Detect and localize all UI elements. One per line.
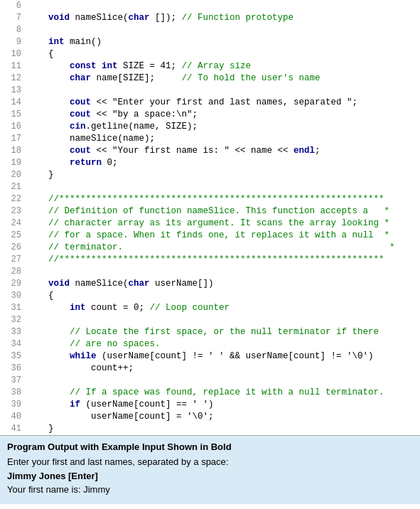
line-number: 10 bbox=[0, 48, 27, 60]
code-line: 10 { bbox=[0, 48, 420, 60]
line-number: 29 bbox=[0, 278, 27, 290]
line-number: 38 bbox=[0, 387, 27, 399]
line-number: 15 bbox=[0, 109, 27, 121]
line-content bbox=[27, 181, 420, 193]
code-line: 9 int main() bbox=[0, 36, 420, 48]
line-content: return 0; bbox=[27, 157, 420, 169]
line-number: 13 bbox=[0, 85, 27, 97]
code-line: 38 // If a space was found, replace it w… bbox=[0, 387, 420, 399]
line-number: 26 bbox=[0, 242, 27, 254]
line-number: 18 bbox=[0, 145, 27, 157]
line-content: // Definition of function nameSlice. Thi… bbox=[27, 205, 420, 218]
line-number: 31 bbox=[0, 302, 27, 314]
line-content: { bbox=[27, 290, 420, 302]
line-number: 22 bbox=[0, 193, 27, 205]
line-number: 11 bbox=[0, 60, 27, 73]
line-number: 8 bbox=[0, 24, 27, 36]
code-line: 41 } bbox=[0, 423, 420, 435]
line-number: 36 bbox=[0, 363, 27, 375]
line-content: // character array as its argument. It s… bbox=[27, 218, 420, 230]
line-number: 6 bbox=[0, 0, 27, 12]
code-line: 32 bbox=[0, 314, 420, 326]
code-line: 23 // Definition of function nameSlice. … bbox=[0, 205, 420, 218]
code-line: 33 // Locate the first space, or the nul… bbox=[0, 326, 420, 338]
line-number: 21 bbox=[0, 181, 27, 193]
code-line: 36 count++; bbox=[0, 363, 420, 375]
line-content: while (userName[count] != ' ' && userNam… bbox=[27, 350, 420, 363]
code-line: 29 void nameSlice(char userName[]) bbox=[0, 278, 420, 290]
line-number: 27 bbox=[0, 254, 27, 266]
code-line: 18 cout << "Your first name is: " << nam… bbox=[0, 145, 420, 157]
line-content: // If a space was found, replace it with… bbox=[27, 387, 420, 399]
code-line: 22 //***********************************… bbox=[0, 193, 420, 205]
line-number: 14 bbox=[0, 97, 27, 109]
line-number: 37 bbox=[0, 375, 27, 387]
output-area: Program Output with Example Input Shown … bbox=[0, 435, 420, 504]
line-content: nameSlice(name); bbox=[27, 133, 420, 145]
code-line: 24 // character array as its argument. I… bbox=[0, 218, 420, 230]
line-content: cout << "by a space:\n"; bbox=[27, 109, 420, 121]
code-line: 28 bbox=[0, 266, 420, 278]
line-number: 34 bbox=[0, 338, 27, 350]
code-line: 12 char name[SIZE]; // To hold the user'… bbox=[0, 73, 420, 85]
line-number: 25 bbox=[0, 230, 27, 242]
code-line: 6 bbox=[0, 0, 420, 12]
line-number: 41 bbox=[0, 423, 27, 435]
line-content: cin.getline(name, SIZE); bbox=[27, 121, 420, 133]
line-content: void nameSlice(char []); // Function pro… bbox=[27, 12, 420, 24]
code-line: 17 nameSlice(name); bbox=[0, 133, 420, 145]
line-number: 9 bbox=[0, 36, 27, 48]
line-content bbox=[27, 375, 420, 387]
line-content bbox=[27, 266, 420, 278]
code-line: 19 return 0; bbox=[0, 157, 420, 169]
line-number: 30 bbox=[0, 290, 27, 302]
line-content: // for a space. When it finds one, it re… bbox=[27, 230, 420, 242]
line-content bbox=[27, 85, 420, 97]
code-line: 25 // for a space. When it finds one, it… bbox=[0, 230, 420, 242]
line-number: 19 bbox=[0, 157, 27, 169]
code-line: 31 int count = 0; // Loop counter bbox=[0, 302, 420, 314]
line-content: // terminator. * bbox=[27, 242, 420, 254]
code-line: 11 const int SIZE = 41; // Array size bbox=[0, 60, 420, 73]
code-line: 39 if (userName[count] == ' ') bbox=[0, 399, 420, 411]
code-line: 27 //***********************************… bbox=[0, 254, 420, 266]
line-number: 33 bbox=[0, 326, 27, 338]
code-line: 20 } bbox=[0, 169, 420, 181]
code-line: 26 // terminator. * bbox=[0, 242, 420, 254]
line-content bbox=[27, 0, 420, 12]
line-content: count++; bbox=[27, 363, 420, 375]
line-number: 20 bbox=[0, 169, 27, 181]
line-content bbox=[27, 314, 420, 326]
line-number: 24 bbox=[0, 218, 27, 230]
code-line: 21 bbox=[0, 181, 420, 193]
code-line: 37 bbox=[0, 375, 420, 387]
line-number: 17 bbox=[0, 133, 27, 145]
line-number: 32 bbox=[0, 314, 27, 326]
line-content bbox=[27, 24, 420, 36]
line-content: char name[SIZE]; // To hold the user's n… bbox=[27, 73, 420, 85]
line-content: int main() bbox=[27, 36, 420, 48]
line-number: 28 bbox=[0, 266, 27, 278]
code-line: 13 bbox=[0, 85, 420, 97]
code-line: 16 cin.getline(name, SIZE); bbox=[0, 121, 420, 133]
line-content: cout << "Enter your first and last names… bbox=[27, 97, 420, 109]
line-content: } bbox=[27, 169, 420, 181]
output-line3: Your first name is: Jimmy bbox=[7, 483, 413, 497]
line-content: void nameSlice(char userName[]) bbox=[27, 278, 420, 290]
code-line: 40 userName[count] = '\0'; bbox=[0, 411, 420, 423]
code-line: 8 bbox=[0, 24, 420, 36]
output-title: Program Output with Example Input Shown … bbox=[7, 441, 413, 452]
line-content: if (userName[count] == ' ') bbox=[27, 399, 420, 411]
line-number: 23 bbox=[0, 205, 27, 218]
code-line: 34 // are no spaces. bbox=[0, 338, 420, 350]
line-content: int count = 0; // Loop counter bbox=[27, 302, 420, 314]
line-content: userName[count] = '\0'; bbox=[27, 411, 420, 423]
code-line: 30 { bbox=[0, 290, 420, 302]
line-number: 35 bbox=[0, 350, 27, 363]
line-content: //**************************************… bbox=[27, 254, 420, 266]
line-content: // Locate the first space, or the null t… bbox=[27, 326, 420, 338]
line-number: 40 bbox=[0, 411, 27, 423]
line-number: 7 bbox=[0, 12, 27, 24]
line-content: const int SIZE = 41; // Array size bbox=[27, 60, 420, 73]
line-number: 12 bbox=[0, 73, 27, 85]
